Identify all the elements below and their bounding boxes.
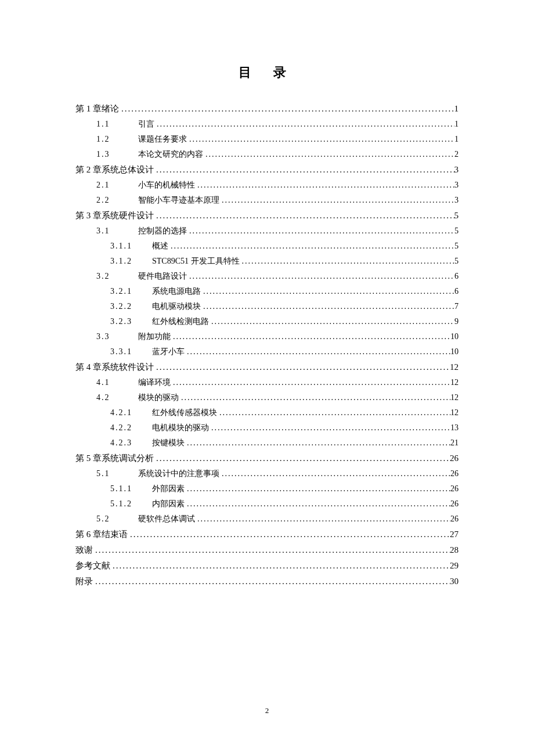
toc-entry: 3.1控制器的选择5 <box>75 227 459 235</box>
toc-entry-number: 2.1 <box>96 181 138 189</box>
toc-entry-number: 5.1.1 <box>110 485 152 493</box>
toc-entry: 第 4 章 系统软件设计12 <box>75 363 459 372</box>
toc-entry-number: 第 5 章 <box>75 454 102 463</box>
toc-dot-leader <box>185 500 450 508</box>
toc-entry: 1.1引言1 <box>75 120 459 128</box>
toc-entry-page: 5 <box>454 227 459 235</box>
toc-dot-leader <box>168 242 454 250</box>
toc-entry-number: 第 1 章 <box>75 105 102 113</box>
toc-dot-leader <box>219 196 454 204</box>
toc-dot-leader <box>195 181 454 189</box>
toc-dot-leader <box>187 135 454 143</box>
toc-entry-label: 外部因素 <box>152 485 185 493</box>
toc-dot-leader <box>119 105 454 113</box>
toc-entry-number: 3.1 <box>96 227 138 235</box>
toc-dot-leader <box>154 165 454 174</box>
toc-dot-leader <box>179 394 450 402</box>
toc-dot-leader <box>187 227 454 235</box>
toc-dot-leader <box>240 257 454 265</box>
toc-dot-leader <box>185 439 450 447</box>
toc-entry-number: 3.2.1 <box>110 287 152 296</box>
toc-entry: 第 3 章 系统硬件设计5 <box>75 211 459 220</box>
toc-dot-leader <box>171 333 450 341</box>
toc-dot-leader <box>93 577 450 586</box>
toc-dot-leader <box>201 287 454 296</box>
toc-entry-number: 1.1 <box>96 120 138 128</box>
toc-entry-number: 第 3 章 <box>75 211 102 220</box>
toc-entry-label: 致谢 <box>75 546 93 555</box>
toc-dot-leader <box>171 379 450 387</box>
toc-entry: 3.1.2STC89C51 开发工具特性 5 <box>75 257 459 265</box>
toc-entry: 4.2.3按键模块21 <box>75 439 459 447</box>
toc-entry-label: 红外线传感器模块 <box>152 409 217 417</box>
toc-entry: 1.2课题任务要求1 <box>75 135 459 143</box>
toc-entry: 3.2.2电机驱动模块7 <box>75 303 459 311</box>
toc-entry: 4.2.2电机模块的驱动13 <box>75 424 459 432</box>
toc-entry: 3.3附加功能 10 <box>75 333 459 341</box>
toc-entry-number: 3.2.3 <box>110 318 152 326</box>
toc-entry: 第 6 章 结束语27 <box>75 530 459 539</box>
toc-entry-page: 26 <box>450 515 459 523</box>
toc-entry-page: 2 <box>454 150 459 159</box>
toc-entry-page: 3 <box>454 165 459 174</box>
toc-entry-number: 第 2 章 <box>75 165 102 174</box>
toc-entry-label: 电机模块的驱动 <box>152 424 209 432</box>
toc-entry-number: 4.2.1 <box>110 409 152 417</box>
toc-dot-leader <box>203 150 454 159</box>
toc-entry-label: 绪论 <box>102 105 119 113</box>
toc-entry: 3.2.1系统电源电路6 <box>75 287 459 296</box>
toc-entry: 4.2模块的驱动12 <box>75 394 459 402</box>
toc-dot-leader <box>110 561 450 570</box>
toc-entry-label: 硬件电路设计 <box>138 272 187 280</box>
toc-entry-number: 3.1.1 <box>110 242 152 250</box>
toc-list: 第 1 章 绪论11.1引言11.2课题任务要求11.3本论文研究的内容2第 2… <box>75 105 459 586</box>
toc-entry-page: 28 <box>450 546 459 555</box>
toc-entry-number: 2.2 <box>96 196 138 204</box>
toc-dot-leader <box>154 454 450 463</box>
toc-entry-page: 6 <box>454 287 459 296</box>
toc-dot-leader <box>154 120 454 128</box>
toc-dot-leader <box>201 303 454 311</box>
toc-entry: 附录30 <box>75 577 459 586</box>
toc-entry: 第 5 章 系统调试分析26 <box>75 454 459 463</box>
toc-entry: 3.2硬件电路设计6 <box>75 272 459 280</box>
toc-entry-number: 3.2.2 <box>110 303 152 311</box>
toc-entry: 2.1小车的机械特性3 <box>75 181 459 189</box>
toc-dot-leader <box>209 424 450 432</box>
toc-entry-page: 26 <box>450 454 459 463</box>
toc-entry-number: 3.3 <box>96 333 138 341</box>
toc-entry-label: STC89C51 开发工具特性 <box>152 257 240 265</box>
toc-entry-page: 10 <box>450 348 459 356</box>
toc-entry-number: 1.3 <box>96 150 138 159</box>
toc-entry-page: 30 <box>450 577 459 586</box>
toc-entry-number: 5.1 <box>96 470 138 478</box>
toc-entry-page: 12 <box>450 409 459 417</box>
toc-entry-label: 内部因素 <box>152 500 185 508</box>
toc-entry-page: 12 <box>450 363 459 372</box>
toc-entry: 参考文献29 <box>75 561 459 570</box>
toc-entry-page: 26 <box>450 500 459 508</box>
toc-dot-leader <box>154 363 450 372</box>
toc-entry-label: 附加功能 <box>138 333 171 341</box>
toc-title: 目 录 <box>75 64 459 81</box>
toc-entry-label: 编译环境 <box>138 379 171 387</box>
toc-entry-label: 蓝牙小车 <box>152 348 185 356</box>
toc-entry-page: 1 <box>454 120 459 128</box>
toc-entry-page: 21 <box>450 439 459 447</box>
toc-entry-label: 小车的机械特性 <box>138 181 195 189</box>
toc-entry-label: 硬软件总体调试 <box>138 515 195 523</box>
toc-entry-label: 系统软件设计 <box>102 363 154 372</box>
toc-dot-leader <box>154 211 454 220</box>
toc-entry-page: 3 <box>454 181 459 189</box>
toc-entry-label: 电机驱动模块 <box>152 303 201 311</box>
toc-dot-leader <box>93 546 450 555</box>
toc-entry-number: 4.2.2 <box>110 424 152 432</box>
toc-entry: 5.1系统设计中的注意事项26 <box>75 470 459 478</box>
toc-entry-label: 红外线检测电路 <box>152 318 209 326</box>
toc-entry-label: 系统设计中的注意事项 <box>138 470 219 478</box>
toc-entry-page: 5 <box>454 211 459 220</box>
toc-entry-number: 5.2 <box>96 515 138 523</box>
toc-entry-label: 控制器的选择 <box>138 227 187 235</box>
toc-dot-leader <box>209 318 454 326</box>
toc-entry: 第 1 章 绪论1 <box>75 105 459 113</box>
